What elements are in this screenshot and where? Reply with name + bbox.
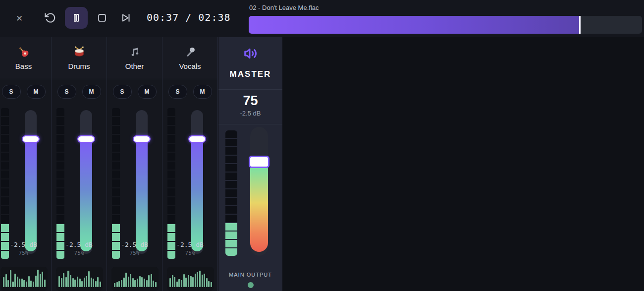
restart-button[interactable] <box>44 11 56 24</box>
meter-segment <box>167 206 175 214</box>
meter-segment <box>1 135 9 143</box>
solo-button[interactable]: S <box>57 85 76 99</box>
meter-segment <box>167 153 175 161</box>
restart-icon <box>44 12 56 24</box>
mute-button[interactable]: M <box>82 85 101 99</box>
master-fader-zone <box>218 124 282 261</box>
spectrum-bar <box>77 277 78 287</box>
master-meter-segment <box>225 240 237 247</box>
meter-segment <box>56 206 64 214</box>
meter-segment <box>56 233 64 241</box>
meter-segment <box>56 179 64 187</box>
solo-mute-row: S M <box>162 85 217 99</box>
master-meter-segment <box>225 139 237 146</box>
stop-icon <box>97 12 107 23</box>
volume-fader-handle[interactable] <box>77 135 95 143</box>
music-notes-icon <box>128 46 141 58</box>
meter-segment <box>112 179 120 187</box>
skip-next-button[interactable] <box>119 11 132 24</box>
drum-icon <box>73 46 86 58</box>
spectrum-bar <box>132 278 134 287</box>
meter-segment <box>112 117 120 125</box>
spectrum-bar <box>123 278 124 287</box>
master-volume-value: 75 <box>218 93 282 109</box>
spectrum-bar <box>208 281 210 287</box>
time-display: 00:37 / 02:38 <box>147 11 231 23</box>
channel-strip-drums: Drums S M -2.5 dB 75% <box>52 37 107 291</box>
spectrum-bar <box>33 282 34 287</box>
master-meter-segment <box>225 198 237 205</box>
master-label: MASTER <box>218 69 282 79</box>
spectrum-bar <box>88 271 90 287</box>
seek-bar[interactable] <box>249 16 642 34</box>
meter-segment <box>167 171 175 178</box>
microphone-icon <box>184 46 197 58</box>
meter-segment <box>112 153 120 161</box>
meter-segment <box>1 206 9 214</box>
spectrum-bar <box>42 272 43 287</box>
master-fader-handle[interactable] <box>249 156 269 168</box>
skip-next-icon <box>120 12 132 24</box>
spectrum-bar <box>211 282 212 287</box>
meter-segment <box>56 224 64 232</box>
spectrum-bar <box>141 277 143 287</box>
channel-label: Bass <box>15 62 32 70</box>
mute-button[interactable]: M <box>138 85 157 99</box>
spectrum-bar <box>144 279 145 287</box>
volume-fader-fill <box>191 139 203 251</box>
master-meter-segment <box>225 248 237 256</box>
spectrum-bar <box>176 282 178 287</box>
spectrum-bar <box>81 281 83 287</box>
solo-button[interactable]: S <box>2 85 21 99</box>
meter-segment <box>56 153 64 161</box>
spectrum-visualizer <box>167 267 214 291</box>
solo-button[interactable]: S <box>113 85 132 99</box>
spectrum-bar <box>146 280 148 287</box>
mute-button[interactable]: M <box>27 85 46 99</box>
meter-segment <box>1 215 9 223</box>
output-status-dot <box>248 282 254 288</box>
meter-segment <box>112 144 120 152</box>
master-fader-fill <box>250 168 268 252</box>
meter-segment <box>56 144 64 152</box>
volume-fader-handle[interactable] <box>22 135 40 143</box>
spectrum-bar <box>153 281 154 287</box>
meter-segment <box>167 179 175 187</box>
volume-percent-label: 75% <box>162 250 217 256</box>
meter-segment <box>167 135 175 143</box>
meter-segment <box>167 197 175 205</box>
volume-fader-handle[interactable] <box>188 135 206 143</box>
meter-segment <box>1 171 9 178</box>
master-meter-segment <box>225 232 237 239</box>
channel-header: Drums <box>52 37 107 79</box>
meter-segment <box>167 215 175 223</box>
pause-button[interactable] <box>65 7 88 29</box>
seek-bar-fill <box>249 16 579 34</box>
spectrum-bar <box>95 281 97 287</box>
channel-strip-other: Other S M -2.5 dB 75% <box>107 37 162 291</box>
spectrum-bar <box>148 275 150 287</box>
channel-strip-vocals: Vocals S M -2.5 dB 75% <box>162 37 218 291</box>
meter-segment <box>112 188 120 196</box>
spectrum-bar <box>125 273 127 287</box>
meter-segment <box>112 171 120 178</box>
close-button[interactable]: ✕ <box>14 13 25 24</box>
spectrum-bar <box>7 280 9 287</box>
stop-button[interactable] <box>96 12 108 24</box>
channel-header: Other <box>107 37 162 79</box>
volume-fader-handle[interactable] <box>133 135 151 143</box>
volume-fader-fill <box>25 139 37 251</box>
volume-fader-fill <box>80 139 92 251</box>
guitar-icon <box>17 46 30 58</box>
channel-header: Bass <box>0 37 51 79</box>
meter-segment <box>1 224 9 232</box>
spectrum-bar <box>79 279 80 287</box>
master-meter-segment <box>225 173 237 180</box>
spectrum-bar <box>185 278 187 287</box>
mute-button[interactable]: M <box>193 85 212 99</box>
master-meter-segment <box>225 206 237 214</box>
spectrum-bar <box>12 282 13 287</box>
meter-segment <box>112 126 120 134</box>
gain-db-label: -2.5 dB <box>162 241 217 248</box>
solo-button[interactable]: S <box>168 85 187 99</box>
